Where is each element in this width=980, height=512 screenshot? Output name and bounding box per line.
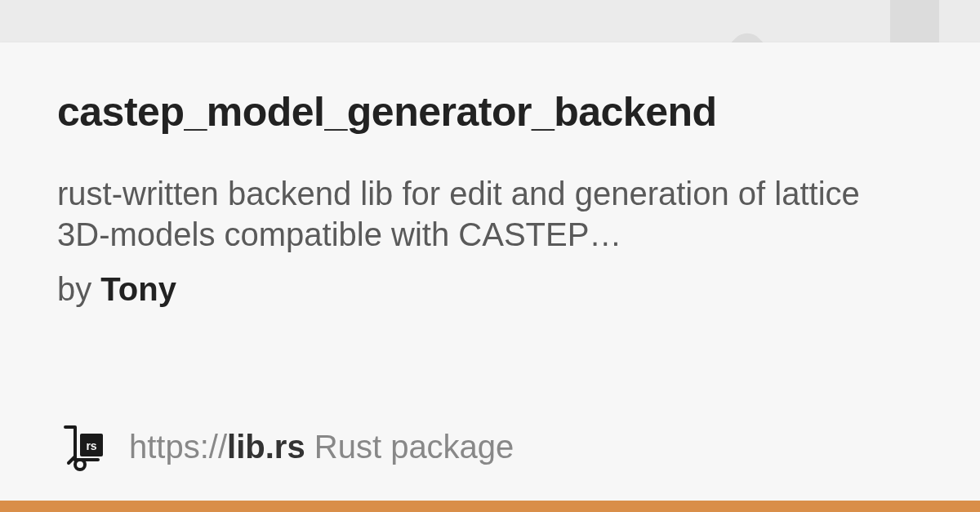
url-domain: lib.rs <box>227 429 305 465</box>
svg-point-10 <box>75 460 85 470</box>
package-byline: by Tony <box>57 271 923 308</box>
package-title: castep_model_generator_backend <box>57 88 923 136</box>
svg-text:rs: rs <box>86 439 96 452</box>
package-author: Tony <box>100 271 176 307</box>
package-card: castep_model_generator_backend rust-writ… <box>0 42 980 501</box>
url-prefix: https:// <box>129 429 227 465</box>
url-suffix: Rust package <box>305 429 514 465</box>
by-prefix: by <box>57 271 100 307</box>
accent-bar <box>0 501 980 512</box>
package-description: rust-written backend lib for edit and ge… <box>57 173 874 255</box>
footer-row: rs https://lib.rs Rust package <box>57 421 514 473</box>
librs-logo-icon: rs <box>57 421 109 473</box>
url-line: https://lib.rs Rust package <box>129 429 514 465</box>
